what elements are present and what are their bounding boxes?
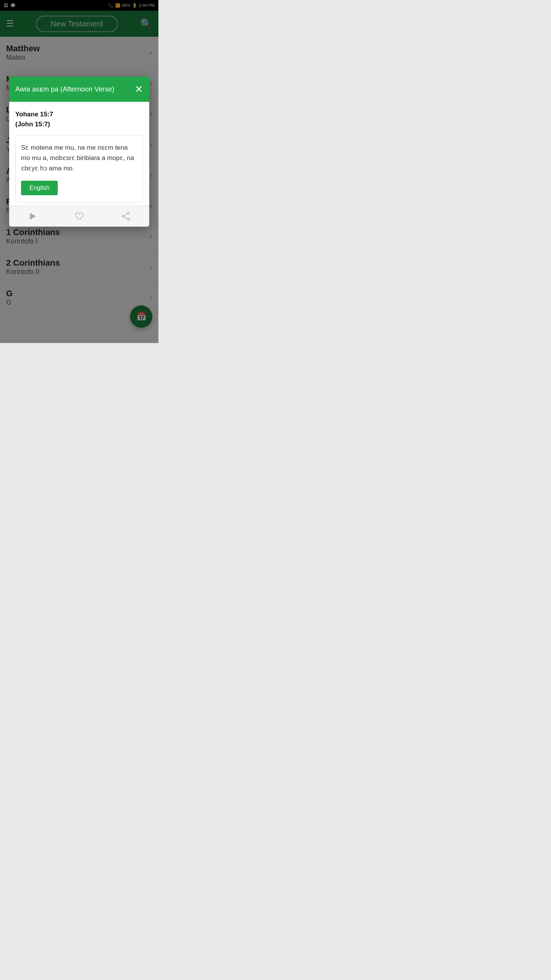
modal-header: Awia asɛm pa (Afternoon Verse) ✕: [9, 77, 149, 102]
modal-actions: [9, 206, 149, 227]
play-button[interactable]: [28, 211, 37, 221]
verse-text-box: Sɛ motena me mu, na me nsɛm tena mo mu a…: [15, 135, 143, 203]
afternoon-verse-modal: Awia asɛm pa (Afternoon Verse) ✕ Yohane …: [9, 77, 149, 227]
svg-point-2: [128, 218, 130, 220]
svg-line-4: [124, 214, 128, 216]
svg-marker-0: [30, 213, 36, 220]
svg-point-3: [122, 215, 124, 217]
english-button[interactable]: English: [21, 181, 58, 195]
verse-reference: Yohane 15:7(John 15:7): [15, 109, 143, 129]
heart-button[interactable]: [74, 211, 84, 221]
svg-point-1: [128, 212, 130, 214]
verse-text: Sɛ motena me mu, na me nsɛm tena mo mu a…: [21, 142, 137, 174]
share-button[interactable]: [121, 211, 131, 221]
svg-line-5: [124, 217, 128, 219]
modal-body: Yohane 15:7(John 15:7) Sɛ motena me mu, …: [9, 102, 149, 206]
modal-close-button[interactable]: ✕: [135, 84, 143, 94]
modal-title: Awia asɛm pa (Afternoon Verse): [15, 85, 114, 93]
